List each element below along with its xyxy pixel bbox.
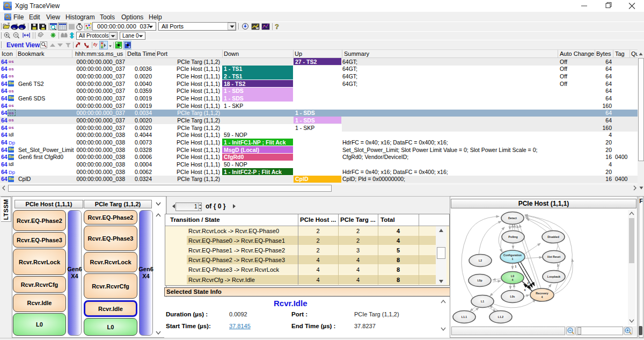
svg-text:Detect: Detect xyxy=(508,216,517,220)
svg-text:4: 4 xyxy=(524,288,526,292)
svg-text:Hot Reset: Hot Reset xyxy=(547,255,560,258)
svg-text:L1.2: L1.2 xyxy=(498,315,503,319)
svg-text:Recovery: Recovery xyxy=(536,292,548,295)
svg-text:?: ? xyxy=(275,23,279,31)
svg-text:L0s: L0s xyxy=(510,295,515,298)
svg-text:L0p: L0p xyxy=(477,279,482,282)
svg-text:1: 1 xyxy=(515,265,517,268)
svg-text:4: 4 xyxy=(512,278,514,281)
svg-text:2: 2 xyxy=(528,281,529,285)
svg-text:1: 1 xyxy=(512,257,514,261)
svg-text:Configuration: Configuration xyxy=(503,254,522,257)
svg-text:Disabled: Disabled xyxy=(547,235,559,238)
svg-text:L1.1: L1.1 xyxy=(462,315,467,319)
svg-text:L2: L2 xyxy=(479,259,482,262)
svg-text:Polling: Polling xyxy=(508,235,517,238)
svg-text:Loopback: Loopback xyxy=(547,275,561,278)
svg-text:L1: L1 xyxy=(481,300,484,303)
svg-text:L0: L0 xyxy=(511,274,514,278)
svg-text:ℓy: ℓy xyxy=(93,42,98,47)
svg-text:4: 4 xyxy=(541,295,543,299)
